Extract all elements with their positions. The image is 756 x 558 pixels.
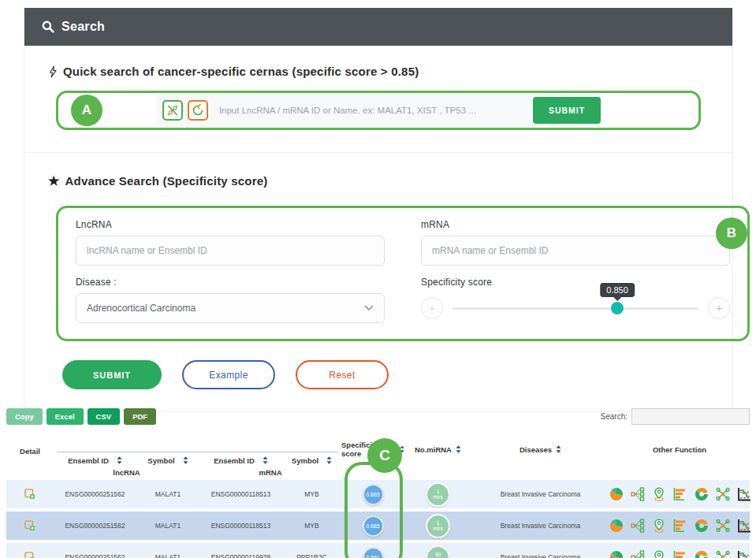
mirna-count-badge[interactable]: 1mirs: [426, 482, 450, 507]
table-toolbar: Copy Excel CSV PDF Search:: [6, 407, 750, 426]
pdf-button[interactable]: PDF: [124, 408, 156, 425]
col-header-other-function: Other Function: [609, 432, 750, 467]
group-header-lncrna: lncRNA: [54, 468, 199, 477]
sort-icon[interactable]: [456, 445, 461, 453]
score-label: Specificity score: [421, 277, 730, 288]
detail-icon[interactable]: [24, 552, 35, 558]
col-header-m-symbol[interactable]: Symbol: [282, 452, 341, 468]
lnc-symbol: MALAT1: [136, 522, 199, 530]
donut-chart-icon[interactable]: [695, 487, 709, 501]
mrna-input[interactable]: [421, 236, 730, 266]
lnc-ensembl-id: ENSG00000251562: [54, 553, 136, 558]
m-symbol: MYB: [282, 490, 341, 498]
copy-button[interactable]: Copy: [6, 408, 43, 425]
sort-icon[interactable]: [183, 456, 188, 464]
col-header-diseases[interactable]: Diseases: [471, 432, 609, 467]
m-symbol: PPP1R3C: [282, 553, 341, 558]
table-body: ENSG00000251562 MALAT1 ENSG00000118513 M…: [6, 480, 750, 558]
col-header-lnc-ensembl[interactable]: Ensembl ID: [54, 452, 136, 468]
bar-chart-icon[interactable]: [673, 519, 687, 533]
refresh-icon[interactable]: [188, 100, 208, 121]
example-button[interactable]: Example: [182, 360, 275, 389]
table-row[interactable]: ENSG00000251562 MALAT1 ENSG00000118513 M…: [6, 480, 750, 508]
sort-icon[interactable]: [556, 445, 561, 453]
search-panel: Search Quick search of cancer-specific c…: [24, 8, 733, 412]
survival-plot-icon[interactable]: [737, 487, 751, 501]
disease-label: Disease :: [76, 277, 385, 288]
survival-plot-icon[interactable]: [737, 550, 751, 558]
annotation-a: A: [71, 95, 102, 126]
detail-icon[interactable]: [24, 489, 35, 500]
panel-header: Search: [24, 8, 732, 46]
specificity-score-badge[interactable]: 0.885: [363, 515, 384, 537]
col-header-lnc-symbol[interactable]: Symbol: [136, 452, 199, 468]
mrna-field: mRNA: [421, 219, 730, 266]
mirna-count: 1: [437, 520, 440, 526]
annotation-c: C: [367, 438, 402, 473]
m-ensembl-id: ENSG00000119938: [199, 553, 282, 558]
molecule-icon[interactable]: [716, 487, 730, 501]
mirna-count-badge[interactable]: 90mirs: [426, 545, 450, 558]
lnc-ensembl-id: ENSG00000251562: [54, 490, 136, 498]
table-row[interactable]: ENSG00000251562 MALAT1 ENSG00000119938 P…: [6, 543, 750, 558]
bar-chart-icon[interactable]: [673, 550, 687, 558]
rna-helix-icon[interactable]: [162, 100, 183, 121]
specificity-score-badge[interactable]: 0.861: [363, 547, 384, 558]
survival-plot-icon[interactable]: [737, 519, 751, 533]
disease-name: Breast Invasive Carcinoma: [471, 490, 609, 498]
donut-chart-icon[interactable]: [695, 519, 709, 533]
disease-name: Breast Invasive Carcinoma: [471, 522, 609, 530]
molecule-icon[interactable]: [716, 550, 730, 558]
disease-selected-value: Adrenocortical Carcinoma: [87, 303, 196, 314]
quick-search-input[interactable]: [213, 99, 528, 122]
mirna-unit: mirs: [433, 526, 442, 531]
col-header-mirna[interactable]: No.miRNA: [404, 432, 471, 467]
bar-chart-icon[interactable]: [673, 487, 687, 501]
table-row[interactable]: ENSG00000251562 MALAT1 ENSG00000118513 M…: [6, 512, 750, 540]
lncrna-field: LncRNA: [76, 219, 385, 266]
csv-button[interactable]: CSV: [88, 408, 121, 425]
network-icon[interactable]: [631, 487, 645, 501]
location-pin-icon[interactable]: [652, 487, 666, 501]
slider-knob[interactable]: [611, 302, 624, 314]
reset-button[interactable]: Reset: [296, 360, 389, 389]
score-slider[interactable]: 0.850: [452, 307, 698, 310]
donut-chart-icon[interactable]: [695, 550, 709, 558]
sort-icon[interactable]: [117, 456, 122, 464]
col-header-m-ensembl[interactable]: Ensembl ID: [199, 452, 282, 468]
network-icon[interactable]: [631, 519, 645, 533]
quick-submit-button[interactable]: SUBMIT: [533, 97, 601, 124]
slider-minus-button[interactable]: -: [421, 297, 443, 319]
search-icon: [42, 20, 54, 33]
location-pin-icon[interactable]: [652, 519, 666, 533]
table-search-input[interactable]: [631, 408, 750, 425]
disease-select[interactable]: Adrenocortical Carcinoma: [76, 293, 385, 323]
table-search-label: Search:: [601, 412, 628, 421]
submit-button[interactable]: SUBMIT: [62, 360, 162, 389]
mirna-count-badge[interactable]: 1mirs: [426, 514, 450, 538]
detail-icon[interactable]: [24, 520, 35, 531]
sort-icon[interactable]: [326, 456, 332, 464]
disease-field: Disease : Adrenocortical Carcinoma: [76, 277, 385, 323]
quick-search-box: A SUBMIT: [56, 91, 701, 130]
location-pin-icon[interactable]: [652, 550, 666, 558]
lightning-icon: [48, 65, 58, 78]
results-section: Copy Excel CSV PDF Search: Detail lncRNA…: [0, 407, 756, 558]
excel-button[interactable]: Excel: [47, 408, 84, 425]
group-header-mrna: mRNA: [199, 468, 341, 477]
mrna-label: mRNA: [421, 219, 730, 230]
mirna-unit: mirs: [433, 494, 442, 500]
sort-icon[interactable]: [263, 456, 268, 464]
specificity-score-badge[interactable]: 0.885: [363, 484, 384, 505]
advance-search-heading: ★ Advance Search (Specificity score): [48, 173, 709, 188]
m-symbol: MYB: [282, 522, 341, 530]
pie-chart-icon[interactable]: [609, 550, 624, 558]
molecule-icon[interactable]: [716, 519, 730, 533]
pie-chart-icon[interactable]: [609, 487, 624, 501]
advance-search-box: B LncRNA mRNA Disease : Adrenocortical C…: [56, 206, 750, 341]
slider-plus-button[interactable]: +: [708, 297, 730, 319]
lncrna-input[interactable]: [76, 236, 385, 266]
pie-chart-icon[interactable]: [609, 519, 624, 533]
annotation-b: B: [716, 218, 747, 249]
network-icon[interactable]: [631, 550, 645, 558]
